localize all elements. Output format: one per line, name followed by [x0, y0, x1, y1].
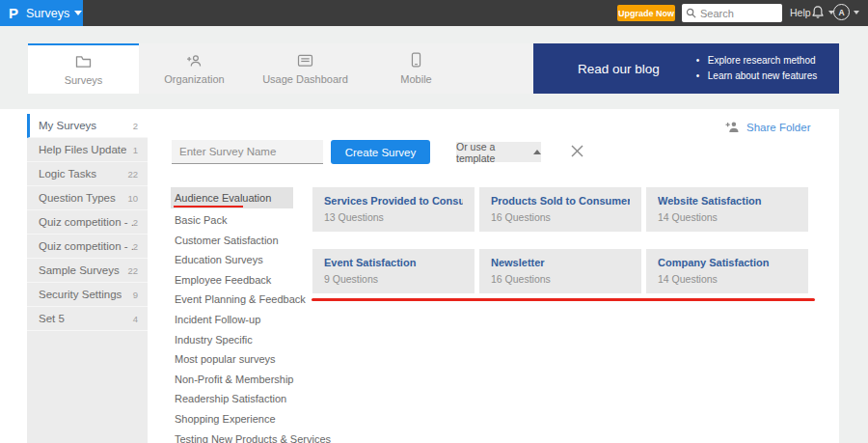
category-item[interactable]: Event Planning & Feedback — [171, 290, 293, 310]
sidebar-item-label: Quiz competition - ... — [39, 240, 133, 252]
sidebar-item-label: My Surveys — [39, 120, 96, 131]
sidebar-item-help-files-update[interactable]: Help Files Update 1 — [27, 138, 148, 162]
folder-icon — [75, 53, 92, 69]
sidebar-item-quiz-competition-1[interactable]: Quiz competition - ... 2 — [27, 210, 148, 235]
sidebar-item-label: Quiz competition - ... — [39, 216, 133, 228]
share-folder-button[interactable]: Share Folder — [725, 121, 810, 133]
sidebar-item-label: Logic Tasks — [39, 168, 96, 180]
sidebar-item-label: Security Settings — [39, 289, 122, 300]
template-question-count: 16 Questions — [491, 273, 630, 285]
share-person-icon — [725, 121, 740, 133]
avatar: A — [833, 4, 850, 20]
category-item-selected[interactable]: Audience Evaluation — [171, 187, 293, 208]
search-input[interactable] — [700, 8, 777, 19]
sidebar-item-sample-surveys[interactable]: Sample Surveys 22 — [27, 259, 148, 283]
category-item[interactable]: Education Surveys — [171, 250, 293, 270]
sidebar-item-set-5[interactable]: Set 5 4 — [27, 307, 148, 331]
blog-banner-bullets: Explore research method Learn about new … — [696, 53, 817, 84]
template-card[interactable]: Website Satisfaction 14 Questions — [646, 187, 808, 232]
category-item[interactable]: Shopping Experience — [171, 409, 293, 429]
category-item[interactable]: Testing New Products & Services — [171, 429, 293, 443]
sidebar-item-security-settings[interactable]: Security Settings 9 — [27, 283, 148, 307]
template-question-count: 9 Questions — [324, 273, 463, 285]
top-bar: P Surveys Upgrade Now Help A — [0, 0, 868, 26]
sidebar-item-count: 2 — [133, 217, 138, 228]
sidebar-item-count: 4 — [133, 314, 138, 324]
category-item[interactable]: Basic Pack — [171, 210, 293, 231]
bell-icon — [811, 5, 825, 19]
sidebar-item-label: Help Files Update — [39, 144, 126, 155]
tab-surveys[interactable]: Surveys — [28, 43, 139, 94]
category-item[interactable]: Customer Satisfaction — [171, 231, 293, 251]
template-card-grid: Services Provided to Consumers 13 Questi… — [312, 187, 808, 293]
category-item[interactable]: Non-Profit & Membership — [171, 370, 293, 390]
tab-label: Usage Dashboard — [262, 73, 348, 85]
upgrade-now-button[interactable]: Upgrade Now — [617, 5, 675, 21]
sidebar-item-label: Sample Surveys — [39, 264, 120, 276]
template-question-count: 16 Questions — [491, 211, 630, 223]
template-question-count: 14 Questions — [658, 273, 797, 285]
sidebar-item-my-surveys[interactable]: My Surveys 2 — [27, 114, 148, 138]
template-card[interactable]: Company Satisfaction 14 Questions — [646, 249, 808, 293]
red-underline-annotation — [174, 206, 243, 208]
tab-label: Organization — [164, 73, 224, 85]
template-dropdown-label: Or use a template — [456, 141, 527, 164]
chevron-down-icon — [74, 11, 82, 15]
sidebar-item-count: 9 — [133, 290, 138, 300]
search-icon — [686, 8, 696, 18]
share-folder-label: Share Folder — [746, 122, 810, 133]
brand-logo: P — [9, 6, 18, 20]
template-title: Products Sold to Consumers — [491, 195, 630, 207]
template-title: Website Satisfaction — [658, 195, 797, 207]
template-card[interactable]: Newsletter 16 Questions — [479, 249, 641, 293]
close-icon[interactable] — [570, 144, 584, 158]
app-logo-menu[interactable]: P Surveys — [0, 0, 83, 26]
template-title: Company Satisfaction — [658, 257, 797, 268]
category-item[interactable]: Industry Specific — [171, 330, 293, 350]
blog-banner-title: Read our blog — [578, 62, 660, 76]
sidebar-item-count: 22 — [127, 169, 138, 180]
sidebar-item-label: Set 5 — [39, 313, 65, 324]
notifications-menu[interactable] — [811, 5, 834, 19]
help-link[interactable]: Help — [790, 7, 811, 18]
category-item[interactable]: Most popular surveys — [171, 349, 293, 370]
tab-label: Mobile — [400, 73, 431, 85]
blog-bullet: Explore research method — [696, 53, 817, 69]
tab-label: Surveys — [65, 74, 103, 86]
tab-organization[interactable]: Organization — [139, 43, 250, 94]
primary-tab-bar: Surveys Organization Usage Dashboard — [28, 43, 839, 94]
red-line-annotation — [312, 298, 815, 301]
sidebar-item-count: 1 — [133, 145, 138, 155]
folder-sidebar: My Surveys 2 Help Files Update 1 Logic T… — [27, 114, 148, 443]
sidebar-item-quiz-competition-2[interactable]: Quiz competition - ... 2 — [27, 235, 148, 259]
template-category-list: Audience Evaluation Basic Pack Customer … — [171, 187, 293, 443]
template-card[interactable]: Services Provided to Consumers 13 Questi… — [312, 187, 475, 232]
template-title: Services Provided to Consumers — [324, 195, 463, 207]
sidebar-item-count: 10 — [127, 193, 138, 204]
category-item[interactable]: Incident Follow-up — [171, 310, 293, 330]
category-label: Audience Evaluation — [175, 192, 271, 204]
template-card[interactable]: Products Sold to Consumers 16 Questions — [479, 187, 641, 232]
category-item[interactable]: Employee Feedback — [171, 270, 293, 291]
sidebar-item-count: 2 — [133, 121, 138, 131]
tab-usage-dashboard[interactable]: Usage Dashboard — [250, 43, 361, 94]
template-question-count: 13 Questions — [324, 211, 463, 223]
create-survey-button[interactable]: Create Survey — [331, 140, 430, 164]
dashboard-icon — [297, 52, 313, 68]
survey-name-input[interactable] — [172, 140, 323, 164]
mobile-icon — [411, 52, 421, 68]
sidebar-item-count: 2 — [133, 241, 138, 252]
account-menu[interactable]: A — [833, 4, 859, 20]
template-card[interactable]: Event Satisfaction 9 Questions — [312, 249, 475, 293]
sidebar-item-count: 22 — [127, 265, 138, 276]
template-dropdown[interactable]: Or use a template — [456, 142, 541, 162]
category-item[interactable]: Readership Satisfaction — [171, 389, 293, 409]
blog-bullet: Learn about new features — [696, 69, 817, 84]
tab-mobile[interactable]: Mobile — [361, 43, 472, 94]
sidebar-item-question-types[interactable]: Question Types 10 — [27, 186, 148, 210]
sidebar-item-logic-tasks[interactable]: Logic Tasks 22 — [27, 162, 148, 186]
global-search[interactable] — [682, 4, 782, 22]
chevron-up-icon — [533, 150, 541, 154]
template-title: Newsletter — [491, 257, 630, 268]
blog-banner[interactable]: Read our blog Explore research method Le… — [533, 43, 839, 94]
